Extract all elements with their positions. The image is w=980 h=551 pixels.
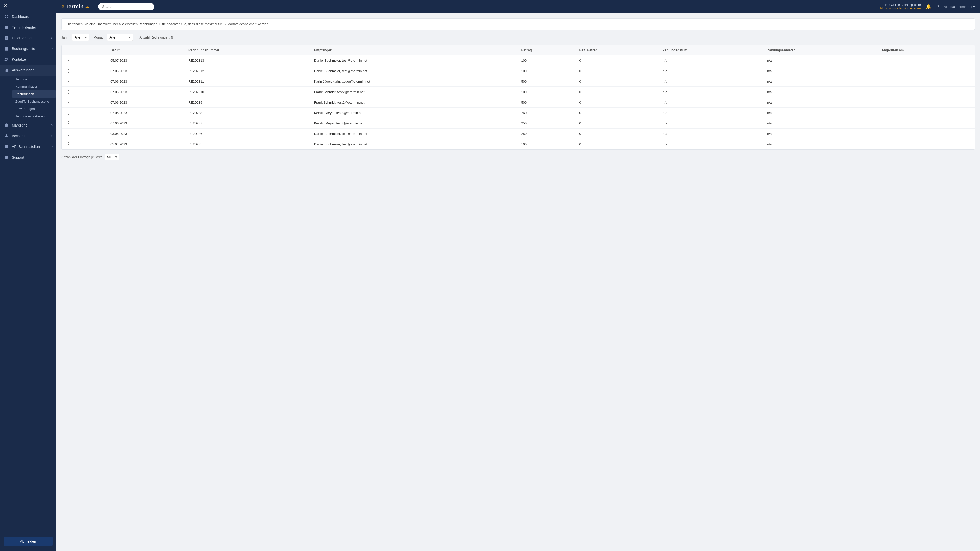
col-zahlungsanbieter: Zahlungsanbieter	[764, 45, 878, 56]
col-zahlungsdatum: Zahlungsdatum	[659, 45, 764, 56]
row-invoice-number: RE202311	[185, 76, 310, 87]
svg-rect-2	[5, 17, 6, 18]
sidebar-sub-bewertungen[interactable]: Bewertungen	[12, 105, 56, 113]
row-payment-date: n/a	[659, 118, 764, 129]
row-provider: n/a	[764, 139, 878, 149]
row-paid-amount: 0	[576, 108, 659, 118]
sidebar-sub-rechnungen[interactable]: Rechnungen	[12, 90, 56, 98]
sidebar-sub-kommunikation[interactable]: Kommunikation	[12, 83, 56, 90]
sidebar-sub-termine[interactable]: Termine	[12, 76, 56, 83]
col-betrag: Betrag	[517, 45, 576, 56]
notification-icon[interactable]: 🔔	[926, 4, 932, 10]
table-row: ⋮ 07.06.2023 RE202312 Daniel Buchmeier, …	[62, 66, 975, 76]
svg-rect-20	[6, 69, 7, 72]
buchungsseite-arrow: >	[51, 47, 52, 51]
table-row: ⋮ 05.07.2023 RE202313 Daniel Buchmeier, …	[62, 56, 975, 66]
row-menu-cell: ⋮	[62, 87, 107, 97]
row-retrieved	[878, 108, 975, 118]
row-paid-amount: 0	[576, 76, 659, 87]
sidebar-item-account[interactable]: Account >	[0, 130, 56, 141]
page-size-select[interactable]: 10 25 50 100	[105, 154, 119, 160]
row-recipient: Daniel Buchmeier, test@etermin.net	[310, 129, 518, 139]
sidebar-item-support[interactable]: Support	[0, 152, 56, 163]
sidebar-item-kontakte[interactable]: Kontakte	[0, 54, 56, 65]
svg-rect-1	[7, 15, 8, 16]
pagination-bar: Anzahl der Einträge je Seite 10 25 50 10…	[61, 154, 975, 160]
sidebar-item-terminkalender[interactable]: Terminkalender	[0, 22, 56, 33]
help-icon[interactable]: ?	[937, 4, 939, 10]
row-menu-button[interactable]: ⋮	[65, 68, 72, 73]
row-provider: n/a	[764, 66, 878, 76]
row-payment-date: n/a	[659, 97, 764, 108]
row-amount: 260	[517, 108, 576, 118]
sidebar-sub-termine-exportieren[interactable]: Termine exportieren	[12, 113, 56, 120]
calendar-icon	[3, 24, 9, 30]
top-right-area: Ihre Online Buchungsseite https://www.eT…	[880, 3, 975, 10]
svg-rect-0	[5, 15, 6, 16]
row-provider: n/a	[764, 129, 878, 139]
row-payment-date: n/a	[659, 108, 764, 118]
row-menu-cell: ⋮	[62, 118, 107, 129]
row-menu-cell: ⋮	[62, 139, 107, 149]
year-select[interactable]: Alle 2023 2022 2021	[72, 34, 89, 41]
sidebar-sub-zugriffe[interactable]: Zugriffe Buchungsseite	[12, 98, 56, 105]
row-provider: n/a	[764, 118, 878, 129]
table-row: ⋮ 05.04.2023 RE20235 Daniel Buchmeier, t…	[62, 139, 975, 149]
row-date: 05.04.2023	[107, 139, 185, 149]
logout-button[interactable]: Abmelden	[3, 537, 52, 546]
month-select[interactable]: Alle Januar Februar März April Mai Juni …	[107, 34, 133, 41]
row-paid-amount: 0	[576, 97, 659, 108]
row-payment-date: n/a	[659, 129, 764, 139]
row-menu-button[interactable]: ⋮	[65, 89, 72, 94]
api-icon	[3, 144, 9, 149]
row-menu-button[interactable]: ⋮	[65, 79, 72, 84]
row-paid-amount: 0	[576, 139, 659, 149]
row-menu-cell: ⋮	[62, 97, 107, 108]
row-menu-button[interactable]: ⋮	[65, 100, 72, 105]
row-paid-amount: 0	[576, 118, 659, 129]
booking-label: Ihre Online Buchungsseite	[880, 3, 921, 6]
page-size-label: Anzahl der Einträge je Seite	[61, 155, 102, 159]
sidebar-item-buchungsseite[interactable]: Buchungsseite >	[0, 43, 56, 54]
row-invoice-number: RE20237	[185, 118, 310, 129]
account-icon	[3, 133, 9, 139]
row-amount: 250	[517, 118, 576, 129]
year-label: Jahr	[61, 35, 68, 39]
marketing-icon	[3, 122, 9, 128]
booking-url-link[interactable]: https://www.eTermin.net/video	[880, 6, 921, 10]
sidebar-item-auswertungen[interactable]: Auswertungen ⌄	[0, 65, 56, 76]
row-amount: 500	[517, 76, 576, 87]
support-icon	[3, 155, 9, 160]
row-recipient: Frank Schmidt, test2@etermin.net	[310, 97, 518, 108]
col-bez-betrag: Bez. Betrag	[576, 45, 659, 56]
row-menu-button[interactable]: ⋮	[65, 131, 72, 136]
sidebar-item-dashboard[interactable]: Dashboard	[0, 11, 56, 22]
svg-rect-4	[5, 26, 8, 29]
close-sidebar-button[interactable]: ✕	[0, 0, 56, 11]
row-invoice-number: RE202310	[185, 87, 310, 97]
building-icon	[3, 35, 9, 41]
row-retrieved	[878, 97, 975, 108]
row-date: 07.06.2023	[107, 87, 185, 97]
row-provider: n/a	[764, 108, 878, 118]
row-invoice-number: RE20236	[185, 129, 310, 139]
sidebar: ✕ Dashboard Terminkalender Unternehmen >…	[0, 0, 56, 551]
row-provider: n/a	[764, 76, 878, 87]
search-input[interactable]	[98, 3, 154, 11]
row-menu-button[interactable]: ⋮	[65, 110, 72, 115]
svg-rect-10	[6, 37, 7, 38]
row-menu-button[interactable]: ⋮	[65, 142, 72, 146]
row-provider: n/a	[764, 87, 878, 97]
sidebar-item-api[interactable]: API Schnittstellen >	[0, 141, 56, 152]
row-recipient: Karin Jäger, karin.jaeger@etermin.net	[310, 76, 518, 87]
table-row: ⋮ 07.06.2023 RE20239 Frank Schmidt, test…	[62, 97, 975, 108]
row-recipient: Daniel Buchmeier, test@etermin.net	[310, 139, 518, 149]
content-area: Hier finden Sie eine Übersicht über alle…	[56, 13, 980, 551]
row-menu-button[interactable]: ⋮	[65, 58, 72, 63]
svg-rect-9	[6, 37, 6, 38]
row-payment-date: n/a	[659, 76, 764, 87]
sidebar-item-unternehmen[interactable]: Unternehmen >	[0, 33, 56, 43]
row-menu-button[interactable]: ⋮	[65, 121, 72, 125]
sidebar-item-marketing[interactable]: Marketing >	[0, 120, 56, 130]
user-email-label[interactable]: video@etermin.net ▾	[944, 5, 975, 9]
